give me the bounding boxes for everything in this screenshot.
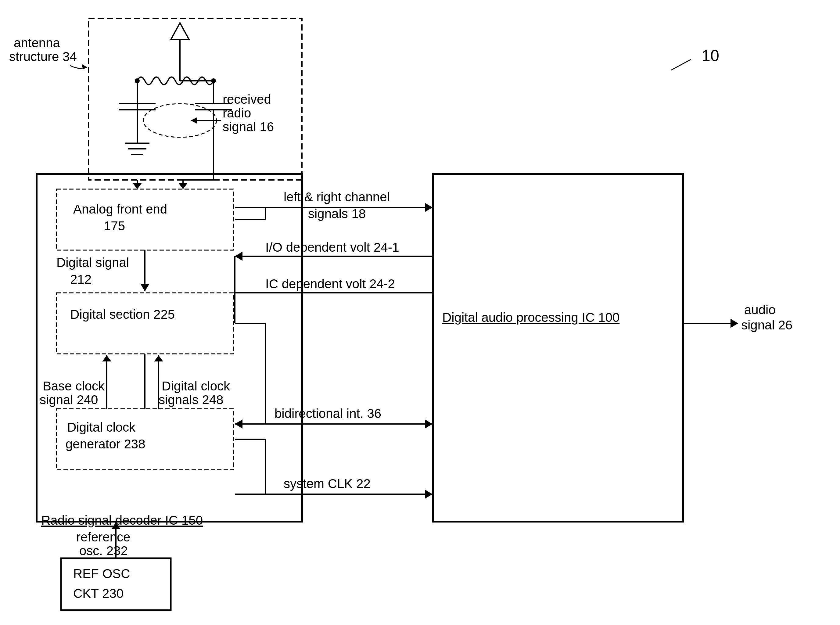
svg-marker-36: [140, 284, 149, 291]
svg-text:generator 238: generator 238: [65, 437, 146, 451]
ref-osc-ckt-label: REF OSC: [73, 566, 130, 581]
ic-dependent-volt-label: IC dependent volt 24-2: [266, 277, 395, 291]
received-radio-signal-label: received: [223, 92, 271, 106]
svg-text:radio: radio: [223, 106, 251, 120]
svg-marker-60: [425, 490, 433, 499]
svg-rect-32: [56, 293, 233, 354]
left-right-channel-label: left & right channel: [284, 190, 390, 204]
antenna-structure-label: antenna: [14, 36, 60, 50]
digital-audio-processing-label: Digital audio processing IC 100: [442, 310, 620, 325]
svg-marker-42: [154, 355, 163, 361]
svg-text:175: 175: [104, 219, 125, 233]
svg-text:CKT 230: CKT 230: [73, 586, 124, 601]
svg-marker-2: [171, 23, 189, 40]
svg-line-0: [671, 59, 691, 70]
digital-clock-gen-label: Digital clock: [67, 420, 136, 434]
base-clock-signal-label: Base clock: [43, 379, 105, 393]
figure-number: 10: [702, 47, 719, 64]
svg-rect-70: [61, 558, 171, 610]
system-clk-label: system CLK 22: [284, 476, 371, 491]
svg-marker-51: [425, 203, 433, 212]
svg-text:osc. 232: osc. 232: [79, 544, 128, 558]
svg-rect-49: [433, 174, 683, 522]
svg-text:signal 16: signal 16: [223, 120, 274, 134]
reference-osc-label: reference: [76, 530, 130, 544]
digital-section-label: Digital section 225: [70, 307, 175, 322]
svg-marker-23: [191, 117, 197, 124]
svg-text:signals 248: signals 248: [158, 393, 223, 407]
audio-signal-label: audio: [744, 303, 776, 317]
svg-marker-48: [179, 183, 188, 189]
svg-marker-54: [235, 252, 242, 261]
svg-marker-40: [102, 355, 111, 361]
svg-marker-27: [82, 64, 87, 70]
svg-rect-29: [56, 189, 233, 250]
diagram-container: 10 received radio signal 16 antenna stru…: [0, 0, 840, 625]
svg-text:signal 26: signal 26: [741, 318, 792, 332]
analog-front-end-label: Analog front end: [73, 202, 167, 216]
digital-signal-label: Digital signal: [56, 255, 129, 270]
digital-clock-signals-label: Digital clock: [161, 379, 230, 393]
io-dependent-volt-label: I/O dependent volt 24-1: [266, 240, 399, 254]
svg-marker-58: [425, 420, 433, 429]
svg-text:signal 240: signal 240: [40, 393, 98, 407]
svg-text:structure 34: structure 34: [9, 50, 77, 64]
svg-marker-44: [133, 183, 142, 189]
svg-marker-57: [235, 420, 242, 429]
bidirectional-int-label: bidirectional int. 36: [275, 406, 381, 421]
radio-signal-decoder-label: Radio signal decoder IC 150: [41, 513, 203, 527]
svg-text:212: 212: [70, 272, 92, 286]
svg-marker-68: [730, 319, 738, 328]
svg-text:signals 18: signals 18: [308, 207, 366, 221]
